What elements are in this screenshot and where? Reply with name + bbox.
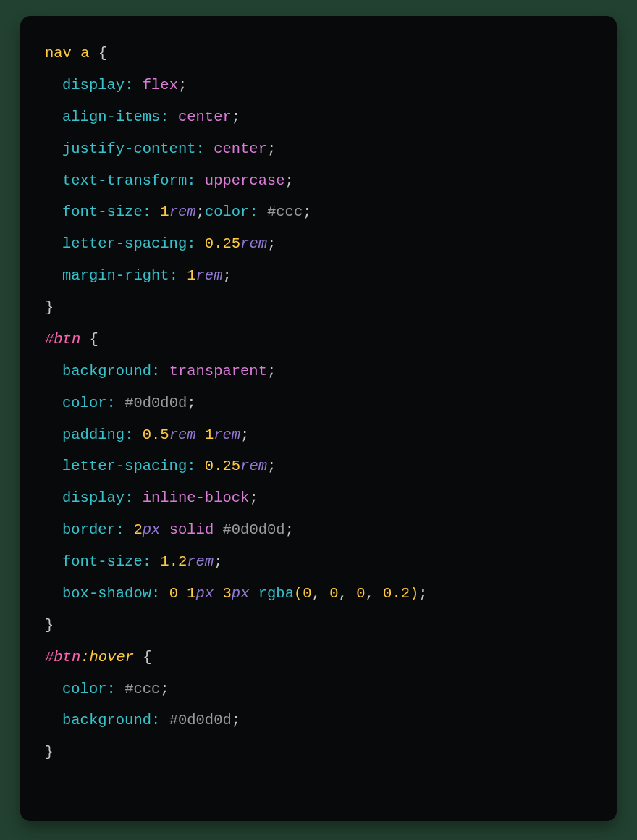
- code-line: box-shadow: 0 1px 3px rgba(0, 0, 0, 0.2)…: [45, 584, 592, 604]
- code-line: text-transform: uppercase;: [45, 171, 592, 191]
- css-property: border: [62, 521, 116, 538]
- code-line: letter-spacing: 0.25rem;: [45, 234, 592, 254]
- brace-close: }: [45, 299, 54, 316]
- fn-arg: 0: [303, 585, 311, 602]
- css-property: justify-content: [62, 140, 196, 157]
- css-value: #ccc: [267, 203, 303, 220]
- brace-close: }: [45, 617, 54, 634]
- selector-id: #btn: [45, 649, 80, 665]
- code-line: display: inline-block;: [45, 488, 592, 508]
- css-unit: rem: [214, 427, 240, 443]
- css-value: uppercase: [205, 172, 285, 189]
- css-value: transparent: [169, 363, 267, 379]
- code-line: display: flex;: [45, 75, 592, 96]
- css-value: inline-block: [143, 490, 250, 506]
- css-value: center: [178, 109, 232, 125]
- code-line: }: [45, 616, 592, 636]
- code-line: background: #0d0d0d;: [45, 710, 592, 731]
- css-unit: rem: [240, 458, 267, 474]
- brace-open: {: [143, 649, 151, 665]
- code-line: #btn {: [45, 329, 592, 350]
- css-property: text-transform: [62, 172, 187, 189]
- css-property: margin-right: [62, 267, 169, 284]
- selector-tag: nav: [45, 45, 72, 62]
- code-line: justify-content: center;: [45, 139, 592, 159]
- code-block: nav a { display: flex; align-items: cent…: [20, 16, 617, 821]
- css-number: 0.5: [143, 427, 169, 443]
- css-number: 1: [187, 585, 195, 602]
- css-unit: px: [232, 585, 250, 602]
- css-property: background: [62, 363, 151, 379]
- css-property: color: [62, 395, 107, 411]
- code-line: font-size: 1.2rem;: [45, 552, 592, 572]
- css-value: center: [214, 140, 267, 157]
- css-property: font-size: [62, 553, 143, 570]
- css-value: flex: [143, 77, 178, 93]
- css-property: letter-spacing: [62, 235, 187, 252]
- css-property: color: [205, 203, 250, 220]
- css-unit: rem: [169, 427, 196, 443]
- css-property: box-shadow: [62, 585, 151, 602]
- fn-arg: 0: [356, 585, 365, 602]
- code-line: align-items: center;: [45, 107, 592, 127]
- css-number: 1.2: [160, 553, 187, 570]
- code-line: color: #ccc;: [45, 679, 592, 700]
- css-function: rgba: [258, 585, 294, 602]
- css-unit: px: [196, 585, 214, 602]
- css-number: 0.25: [205, 458, 240, 474]
- brace-close: }: [45, 744, 54, 760]
- code-line: border: 2px solid #0d0d0d;: [45, 520, 592, 540]
- css-unit: px: [143, 521, 161, 538]
- code-line: padding: 0.5rem 1rem;: [45, 425, 592, 445]
- css-number: 1: [187, 267, 195, 284]
- css-value: #0d0d0d: [169, 712, 232, 728]
- code-line: background: transparent;: [45, 361, 592, 382]
- css-number: 1: [205, 427, 214, 443]
- css-number: 0: [169, 585, 178, 602]
- pseudo-class: :hover: [80, 649, 134, 665]
- code-line: color: #0d0d0d;: [45, 393, 592, 413]
- css-property: color: [62, 681, 107, 697]
- selector-el: a: [80, 45, 89, 62]
- css-unit: rem: [240, 235, 267, 252]
- fn-arg: 0.2: [383, 585, 410, 602]
- css-number: 2: [133, 521, 142, 538]
- css-value: #0d0d0d: [223, 521, 285, 538]
- css-property: font-size: [62, 203, 143, 220]
- css-value: #ccc: [125, 681, 160, 697]
- code-line: }: [45, 298, 592, 318]
- css-property: letter-spacing: [62, 458, 187, 474]
- css-unit: rem: [169, 203, 196, 220]
- code-line: margin-right: 1rem;: [45, 266, 592, 286]
- css-property: display: [62, 490, 125, 506]
- code-line: letter-spacing: 0.25rem;: [45, 456, 592, 476]
- css-unit: rem: [196, 267, 223, 284]
- brace-open: {: [98, 45, 107, 62]
- brace-open: {: [90, 331, 98, 348]
- code-line: nav a {: [45, 43, 592, 64]
- fn-arg: 0: [329, 585, 338, 602]
- code-line: font-size: 1rem;color: #ccc;: [45, 202, 592, 222]
- css-value: solid: [169, 521, 214, 538]
- css-number: 3: [223, 585, 232, 602]
- css-property: align-items: [62, 109, 160, 125]
- css-number: 0.25: [205, 235, 240, 252]
- selector-id: #btn: [45, 331, 80, 348]
- css-property: display: [62, 77, 125, 93]
- css-value: #0d0d0d: [125, 395, 187, 411]
- css-property: background: [62, 712, 151, 728]
- css-unit: rem: [187, 553, 214, 570]
- code-line: }: [45, 742, 592, 763]
- code-line: #btn:hover {: [45, 647, 592, 668]
- css-property: padding: [62, 427, 125, 443]
- css-number: 1: [160, 203, 169, 220]
